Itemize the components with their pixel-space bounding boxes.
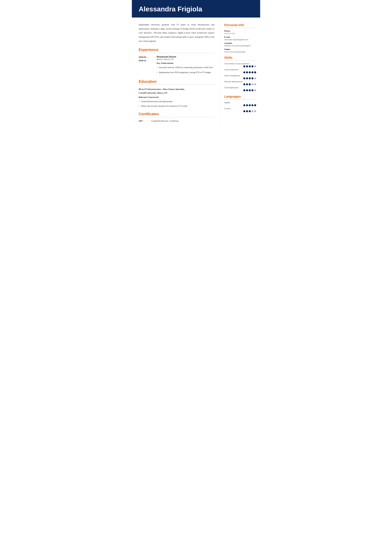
exp-dates: 2018-01 - 2019-11 [139, 55, 154, 75]
dot [243, 89, 245, 91]
personal-info-title: Personal Info [224, 23, 256, 27]
skill-dots-0 [224, 65, 256, 67]
twitter-label: Twitter [224, 48, 256, 50]
achievements-title: Key Achievements [157, 62, 214, 64]
dot [246, 83, 248, 85]
dot [246, 71, 248, 73]
exp-date-start: 2018-01 - [139, 56, 147, 58]
skill-entry-0: User interface & user experience [224, 62, 256, 67]
certificates-title: Certificates [139, 112, 214, 116]
dot [249, 71, 251, 73]
lang-dots-0 [224, 104, 256, 106]
edu-bullet-0: Cloud infrastructure and deployment [139, 100, 214, 103]
experience-entry: 2018-01 - 2019-11 Restaurant Server Baha… [139, 55, 214, 75]
dot [243, 77, 245, 79]
skill-dots-3 [224, 83, 256, 85]
dot [246, 104, 248, 106]
dot [252, 83, 253, 85]
exp-company: Bahari, Astoria, NY [157, 58, 214, 61]
edu-bullet-1: Safety and security measures for tomorro… [139, 104, 214, 108]
dot [243, 83, 245, 85]
skill-name-1: Cloud architecture [224, 69, 256, 71]
certificates-section: Certificates 2017 CompTIA Network+ Certi… [139, 112, 214, 122]
cert-name: CompTIA Network+ Certificate [151, 120, 179, 122]
experience-divider [139, 53, 214, 53]
dot [254, 83, 256, 85]
edu-institution: Cornell University, Ithaca, NY [139, 92, 168, 94]
exp-content: Restaurant Server Bahari, Astoria, NY Ke… [157, 55, 214, 75]
exp-bullet-0: Increased sales by 230% by connecting re… [157, 66, 214, 69]
skill-entry-2: Project management [224, 75, 256, 79]
education-section: Education BS in IT Infrastructure—Data S… [139, 79, 214, 108]
dot [252, 71, 253, 73]
skill-name-4: Cloud deployment [224, 86, 256, 89]
lang-entry-1: German [224, 107, 256, 112]
phone-label: Phone [224, 30, 256, 32]
skill-name-2: Project management [224, 75, 256, 77]
dot [243, 104, 245, 106]
education-title: Education [139, 79, 214, 84]
lang-dots-1 [224, 110, 256, 112]
cert-year: 2017 [139, 120, 147, 122]
experience-title: Experience [139, 48, 214, 52]
lang-entry-0: English [224, 101, 256, 106]
exp-bullets: Increased sales by 230% by connecting re… [157, 66, 214, 74]
skill-name-3: Network administration [224, 81, 256, 83]
exp-date-end: 2019-11 [139, 59, 146, 62]
edu-degree-text: BS in IT Infrastructure—Data Science Spe… [139, 88, 185, 90]
dot [254, 89, 256, 91]
dot [249, 83, 251, 85]
edu-degree: BS in IT Infrastructure—Data Science Spe… [139, 87, 214, 95]
dot [254, 104, 256, 106]
dot [243, 65, 245, 67]
dot [254, 77, 256, 79]
main-layout: Dependable university graduate with IT m… [132, 18, 260, 127]
dot [243, 110, 245, 112]
personal-info-divider [224, 28, 256, 28]
right-column: Personal Info Phone 212-555-3214 E-mail … [220, 18, 260, 127]
email-label: E-mail [224, 36, 256, 38]
edu-bullets: Cloud infrastructure and deployment Safe… [139, 100, 214, 108]
phone-value: 212-555-3214 [224, 32, 256, 35]
dot [249, 89, 251, 91]
dot [246, 110, 248, 112]
exp-job-title: Restaurant Server [157, 55, 214, 58]
skill-entry-4: Cloud deployment [224, 86, 256, 91]
left-column: Dependable university graduate with IT m… [132, 18, 220, 127]
lang-name-0: English [224, 101, 256, 104]
lang-name-1: German [224, 107, 256, 110]
skill-dots-4 [224, 89, 256, 91]
dot [252, 89, 253, 91]
skill-dots-1 [224, 71, 256, 73]
skills-title: Skills [224, 56, 256, 60]
coursework-title: Relevant Coursework [139, 96, 214, 98]
dot [252, 65, 253, 67]
skill-dots-2 [224, 77, 256, 79]
dot [249, 77, 251, 79]
personal-info-section: Personal Info Phone 212-555-3214 E-mail … [224, 23, 256, 53]
dot [246, 65, 248, 67]
skill-name-0: User interface & user experience [224, 62, 256, 65]
dot [252, 110, 253, 112]
dot [249, 110, 251, 112]
header: Alessandra Frigiola [132, 0, 260, 18]
candidate-name: Alessandra Frigiola [139, 5, 253, 13]
dot [252, 77, 253, 79]
exp-bullet-1: Implemented new POS integration, saving … [157, 70, 214, 74]
dot [249, 104, 251, 106]
skill-entry-1: Cloud architecture [224, 69, 256, 73]
dot [249, 65, 251, 67]
languages-section: Languages English German [224, 95, 256, 112]
dot [246, 89, 248, 91]
dot [246, 77, 248, 79]
dot [254, 71, 256, 73]
dot [252, 104, 253, 106]
languages-divider [224, 99, 256, 99]
dot [243, 71, 245, 73]
linkedin-value: linkedin.com/in/alessandrafrigiola [224, 45, 256, 47]
experience-section: Experience 2018-01 - 2019-11 Restaurant … [139, 48, 214, 75]
certificates-divider [139, 117, 214, 117]
skills-section: Skills User interface & user experience … [224, 56, 256, 91]
cert-entry: 2017 CompTIA Network+ Certificate [139, 120, 214, 122]
email-value: alessandra.frigiola@gmail.com [224, 38, 256, 41]
